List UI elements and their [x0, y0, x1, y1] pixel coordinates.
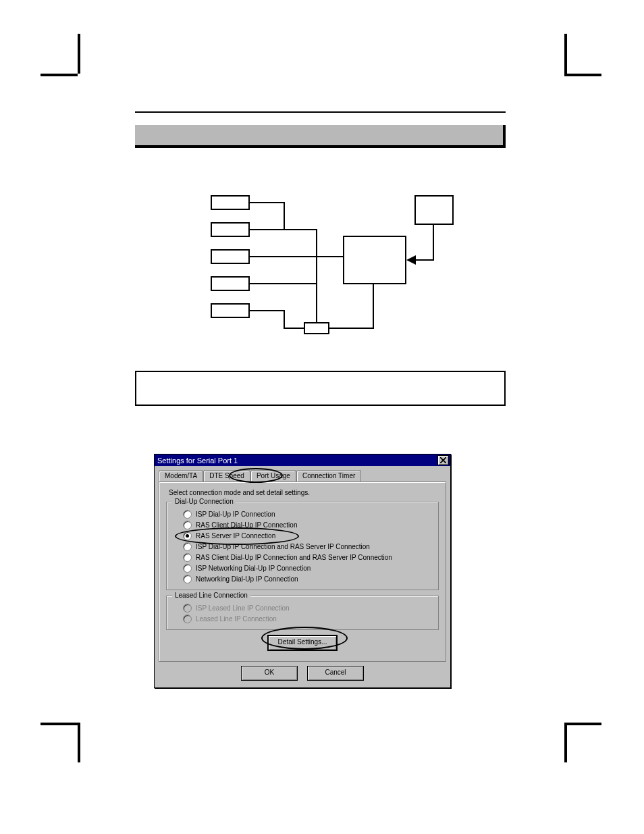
crop-mark: [564, 723, 601, 728]
instruction-text: Select connection mode and set detail se…: [169, 489, 439, 496]
diagram-box-external: [414, 195, 454, 225]
radio-label: ISP Networking Dial-Up IP Connection: [196, 565, 311, 572]
radio-label: ISP Dial-Up IP Connection and RAS Server…: [196, 543, 370, 550]
crop-mark: [564, 71, 601, 76]
tab-strip: Modem/TA DTE Speed Port Usage Connection…: [155, 466, 450, 481]
diagram-box-client: [211, 303, 250, 318]
radio-icon: [183, 575, 192, 583]
tab-port-usage[interactable]: Port Usage: [250, 470, 296, 481]
radio-label: Networking Dial-Up IP Connection: [196, 575, 298, 583]
crop-mark: [41, 723, 78, 728]
diagram-box-client: [211, 222, 250, 237]
radio-leased-line: Leased Line IP Connection: [183, 615, 433, 623]
group-title-dial-up: Dial-Up Connection: [172, 498, 236, 505]
diagram-box-client: [211, 276, 250, 291]
close-icon: [440, 457, 446, 463]
detail-settings-button[interactable]: Detail Settings...: [268, 635, 337, 650]
crop-mark: [75, 34, 80, 74]
tab-panel-port-usage: Select connection mode and set detail se…: [159, 481, 446, 662]
cancel-button[interactable]: Cancel: [307, 666, 364, 681]
diagram-box-client: [211, 195, 250, 210]
tab-modem-ta[interactable]: Modem/TA: [159, 470, 203, 481]
radio-networking-dialup[interactable]: Networking Dial-Up IP Connection: [183, 575, 433, 583]
radio-icon: [183, 521, 192, 529]
crop-mark: [564, 34, 570, 74]
radio-icon: [183, 615, 192, 623]
crop-mark: [75, 723, 80, 762]
section-divider: [135, 111, 506, 113]
radio-label: ISP Dial-Up IP Connection: [196, 511, 275, 518]
network-diagram: [135, 195, 506, 371]
dialog-title: Settings for Serial Port 1: [157, 457, 238, 465]
close-button[interactable]: [437, 455, 449, 465]
ok-button[interactable]: OK: [241, 666, 298, 681]
section-heading-bar: [135, 125, 506, 148]
radio-isp-dialup[interactable]: ISP Dial-Up IP Connection: [183, 510, 433, 519]
radio-icon: [183, 531, 192, 540]
note-box: [135, 371, 506, 406]
radio-icon: [183, 542, 192, 551]
radio-label: RAS Server IP Connection: [196, 532, 275, 540]
radio-icon: [183, 604, 192, 613]
crop-mark: [564, 723, 570, 762]
radio-icon: [183, 553, 192, 562]
radio-label: Leased Line IP Connection: [196, 615, 277, 623]
radio-icon: [183, 510, 192, 519]
radio-label: RAS Client Dial-Up IP Connection and RAS…: [196, 554, 392, 561]
group-dial-up: Dial-Up Connection ISP Dial-Up IP Connec…: [166, 502, 439, 590]
group-leased-line: Leased Line Connection ISP Leased Line I…: [166, 596, 439, 630]
radio-ras-client-and-ras-server[interactable]: RAS Client Dial-Up IP Connection and RAS…: [183, 553, 433, 562]
radio-icon: [183, 564, 192, 573]
serial-port-settings-dialog: Settings for Serial Port 1 Modem/TA DTE …: [154, 454, 451, 688]
radio-label: ISP Leased Line IP Connection: [196, 604, 290, 612]
dialog-titlebar: Settings for Serial Port 1: [155, 454, 450, 466]
page-content: [135, 111, 506, 406]
diagram-box-router: [343, 236, 406, 284]
tab-dte-speed[interactable]: DTE Speed: [203, 470, 250, 481]
radio-isp-leased-line: ISP Leased Line IP Connection: [183, 604, 433, 613]
diagram-box-hub: [304, 322, 329, 334]
radio-ras-server[interactable]: RAS Server IP Connection: [183, 531, 433, 540]
radio-isp-networking-dialup[interactable]: ISP Networking Dial-Up IP Connection: [183, 564, 433, 573]
group-title-leased: Leased Line Connection: [172, 592, 250, 599]
crop-mark: [41, 71, 78, 76]
diagram-box-client: [211, 249, 250, 264]
radio-isp-and-ras-server[interactable]: ISP Dial-Up IP Connection and RAS Server…: [183, 542, 433, 551]
tab-connection-timer[interactable]: Connection Timer: [296, 470, 361, 481]
radio-ras-client-dialup[interactable]: RAS Client Dial-Up IP Connection: [183, 521, 433, 529]
radio-label: RAS Client Dial-Up IP Connection: [196, 521, 297, 529]
